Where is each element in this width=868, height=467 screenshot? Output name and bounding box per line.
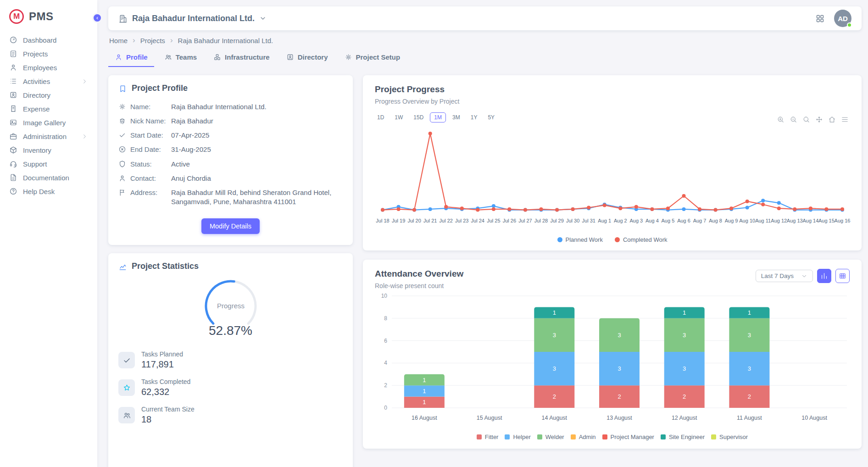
modify-details-button[interactable]: Modify Details bbox=[201, 218, 260, 234]
stat-icon-box bbox=[118, 407, 135, 423]
project-profile-card: Project Profile Name: Raja Bahadur Inter… bbox=[108, 75, 353, 245]
sidebar-item-image-gallery[interactable]: Image Gallery bbox=[0, 116, 97, 129]
sidebar-item-label: Administration bbox=[23, 133, 67, 140]
project-progress-card: Project Progress Progress Overview by Pr… bbox=[363, 75, 862, 250]
tabs: Profile Teams Infrastructure Directory P… bbox=[108, 50, 862, 67]
card-title: Project Profile bbox=[118, 83, 343, 93]
section-title: Project Progress bbox=[375, 84, 459, 95]
sidebar-item-activities[interactable]: Activities bbox=[0, 74, 97, 88]
sidebar-item-expense[interactable]: Expense bbox=[0, 102, 97, 116]
svg-text:12 August: 12 August bbox=[671, 415, 697, 421]
sidebar-item-employees[interactable]: Employees bbox=[0, 61, 97, 74]
logo-text: PMS bbox=[29, 10, 54, 23]
reset-home-button[interactable] bbox=[828, 116, 836, 123]
svg-text:Aug 12: Aug 12 bbox=[771, 218, 787, 223]
chart-view-button[interactable] bbox=[817, 269, 831, 283]
legend-fitter[interactable]: Fitter bbox=[477, 434, 499, 440]
profile-field-start-date-: Start Date: 07-Apr-2025 bbox=[118, 128, 343, 143]
breadcrumb-item-projects[interactable]: Projects bbox=[140, 37, 165, 44]
progress-line-chart[interactable]: Jul 18Jul 19Jul 20Jul 21Jul 22Jul 23Jul … bbox=[374, 123, 851, 234]
tab-infrastructure[interactable]: Infrastructure bbox=[207, 50, 276, 67]
svg-text:Jul 22: Jul 22 bbox=[439, 218, 452, 223]
svg-text:3: 3 bbox=[552, 332, 556, 339]
user-icon bbox=[115, 53, 122, 61]
help-desk-icon bbox=[9, 187, 17, 195]
zoom-out-button[interactable] bbox=[790, 116, 797, 123]
sidebar-item-help-desk[interactable]: Help Desk bbox=[0, 184, 97, 198]
svg-text:3: 3 bbox=[552, 365, 556, 372]
field-value: 07-Apr-2025 bbox=[171, 131, 209, 140]
sidebar-item-dashboard[interactable]: Dashboard bbox=[0, 33, 97, 47]
legend-completed-work[interactable]: Completed Work bbox=[615, 236, 668, 243]
company-selector[interactable]: Raja Bahadur International Ltd. bbox=[118, 13, 267, 23]
range-1d-button[interactable]: 1D bbox=[373, 112, 388, 122]
sidebar-collapse-button[interactable]: ‹ bbox=[92, 13, 102, 23]
apps-grid-button[interactable] bbox=[815, 14, 825, 23]
sidebar-item-inventory[interactable]: Inventory bbox=[0, 143, 97, 157]
card-title: Project Statistics bbox=[118, 261, 343, 271]
svg-text:2: 2 bbox=[618, 393, 621, 400]
table-view-button[interactable] bbox=[835, 269, 850, 283]
stat-row-tasks-completed: Tasks Completed 62,332 bbox=[118, 374, 343, 401]
sidebar-item-label: Activities bbox=[23, 78, 50, 85]
range-1y-button[interactable]: 1Y bbox=[467, 112, 482, 122]
legend-admin[interactable]: Admin bbox=[571, 434, 596, 440]
legend-welder[interactable]: Welder bbox=[537, 434, 564, 440]
legend-site-engineer[interactable]: Site Engineer bbox=[661, 434, 705, 440]
legend-supervisor[interactable]: Supervisor bbox=[711, 434, 748, 440]
svg-text:1: 1 bbox=[747, 309, 751, 316]
svg-text:Jul 26: Jul 26 bbox=[502, 218, 516, 223]
pan-button[interactable] bbox=[815, 116, 823, 123]
fingerprint-icon bbox=[118, 117, 126, 125]
image-gallery-icon bbox=[9, 118, 17, 127]
chevron-down-icon bbox=[801, 273, 807, 279]
range-15d-button[interactable]: 15D bbox=[409, 112, 428, 122]
flag-icon bbox=[118, 189, 126, 196]
tab-profile[interactable]: Profile bbox=[108, 50, 154, 67]
range-5y-button[interactable]: 5Y bbox=[484, 112, 499, 122]
avatar[interactable]: AD bbox=[834, 10, 851, 27]
legend-planned-work[interactable]: Planned Work bbox=[557, 236, 603, 243]
sidebar-item-directory[interactable]: Directory bbox=[0, 88, 97, 102]
sidebar-menu: Dashboard Projects Employees Activities … bbox=[0, 31, 97, 200]
field-value: 31-Aug-2025 bbox=[171, 145, 211, 154]
field-value: Raja Bahadur International Ltd. bbox=[171, 102, 267, 111]
sidebar-item-administration[interactable]: Administration bbox=[0, 129, 97, 143]
svg-text:Jul 29: Jul 29 bbox=[550, 218, 563, 223]
sidebar-item-support[interactable]: Support bbox=[0, 157, 97, 171]
svg-text:6: 6 bbox=[384, 338, 387, 344]
field-value: Anuj Chordia bbox=[171, 174, 211, 183]
legend-swatch bbox=[537, 434, 542, 439]
days-filter-select[interactable]: Last 7 Days bbox=[756, 270, 813, 282]
tab-directory[interactable]: Directory bbox=[280, 50, 334, 67]
tab-teams[interactable]: Teams bbox=[158, 50, 203, 67]
sidebar-item-projects[interactable]: Projects bbox=[0, 47, 97, 61]
logo[interactable]: M PMS bbox=[0, 0, 97, 31]
zoom-out-icon bbox=[790, 116, 797, 123]
range-1m-button[interactable]: 1M bbox=[430, 112, 446, 122]
profile-field-address-: Address: Raja Bahadur Mill Rd, behind Sh… bbox=[118, 186, 343, 210]
attendance-bar-chart[interactable]: 024681016 August11115 August14 August233… bbox=[374, 290, 851, 431]
range-3m-button[interactable]: 3M bbox=[448, 112, 464, 122]
breadcrumb-item-home[interactable]: Home bbox=[109, 37, 128, 44]
selection-zoom-button[interactable] bbox=[802, 116, 810, 123]
svg-text:10 August: 10 August bbox=[801, 415, 827, 421]
sidebar-item-documentation[interactable]: Documentation bbox=[0, 171, 97, 184]
legend-swatch bbox=[477, 434, 482, 439]
menu-button[interactable] bbox=[841, 116, 849, 123]
field-value: Active bbox=[171, 160, 190, 169]
zoom-in-button[interactable] bbox=[777, 116, 785, 123]
administration-icon bbox=[9, 132, 17, 140]
svg-text:3: 3 bbox=[618, 365, 621, 372]
stat-label: Current Team Size bbox=[141, 406, 195, 413]
profile-field-nick-name-: Nick Name: Raja Bahadur bbox=[118, 114, 343, 128]
submenu-indicator bbox=[81, 78, 88, 85]
legend-project-manager[interactable]: Project Manager bbox=[602, 434, 654, 440]
svg-text:Jul 20: Jul 20 bbox=[407, 218, 421, 223]
range-1w-button[interactable]: 1W bbox=[390, 112, 407, 122]
stat-icon-box bbox=[118, 352, 135, 368]
tab-project-setup[interactable]: Project Setup bbox=[338, 50, 407, 67]
app-layout: M PMS ‹ Dashboard Projects Employees Act… bbox=[0, 0, 868, 467]
legend-helper[interactable]: Helper bbox=[505, 434, 530, 440]
svg-text:Aug 8: Aug 8 bbox=[709, 218, 722, 223]
